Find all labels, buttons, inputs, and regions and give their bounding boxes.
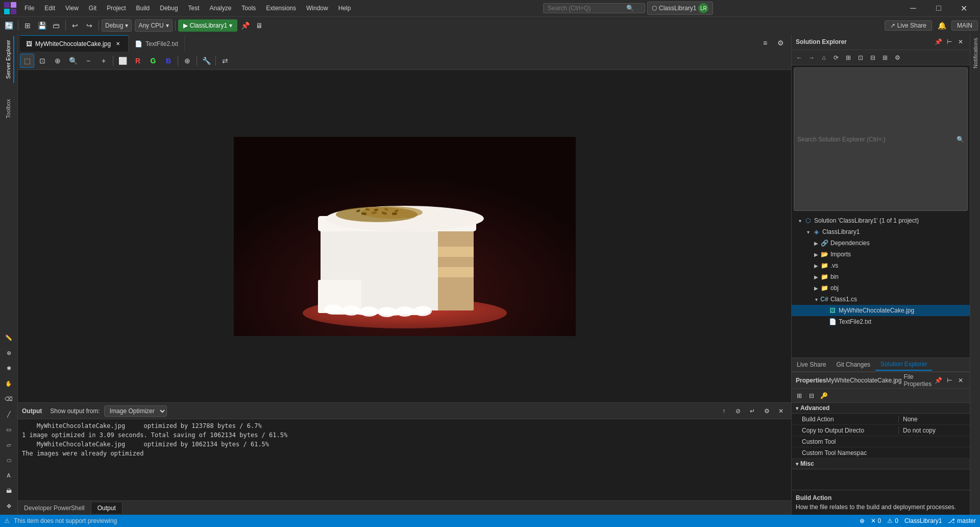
se-search-input[interactable] xyxy=(797,136,954,143)
menu-tools[interactable]: Tools xyxy=(237,3,260,14)
menu-analyze[interactable]: Analyze xyxy=(206,3,236,14)
add-item-button[interactable]: ⊞ xyxy=(21,19,34,32)
live-share-button[interactable]: ↗ Live Share xyxy=(885,20,932,31)
wrench-tool[interactable]: 🔧 xyxy=(199,54,213,68)
left-tool-6[interactable]: ╱ xyxy=(2,408,15,421)
zoom-tool[interactable]: 🔍 xyxy=(66,54,80,68)
output-clear-button[interactable]: ⊘ xyxy=(732,405,744,417)
se-refresh-button[interactable]: ⊞ xyxy=(843,52,854,63)
se-back-button[interactable]: ← xyxy=(794,52,805,63)
dev-powershell-tab[interactable]: Developer PowerShell xyxy=(18,502,91,514)
se-pin2-button[interactable]: ⊢ xyxy=(944,37,954,47)
tree-project[interactable]: ▾ ◈ ClassLibrary1 xyxy=(792,226,970,237)
select-tool[interactable]: ⬚ xyxy=(20,54,34,68)
left-tool-3[interactable]: ✱ xyxy=(2,362,15,375)
global-search[interactable]: 🔍 xyxy=(543,3,645,13)
new-project-button[interactable]: 🔄 xyxy=(2,19,15,32)
prop-categories-button[interactable]: ⊞ xyxy=(794,390,805,401)
prop-sort-button[interactable]: ⊟ xyxy=(806,390,817,401)
tree-imports[interactable]: ▶ 📂 Imports xyxy=(792,249,970,260)
prop-close-button[interactable]: ✕ xyxy=(955,375,966,386)
se-filter-button[interactable]: ⊡ xyxy=(855,52,866,63)
left-tool-1[interactable]: ✏️ xyxy=(2,331,15,344)
output-close-button[interactable]: ✕ xyxy=(775,405,787,417)
g-channel-tool[interactable]: G xyxy=(146,54,160,68)
se-forward-button[interactable]: → xyxy=(806,52,817,63)
tree-obj[interactable]: ▶ 📁 obj xyxy=(792,282,970,294)
menu-extensions[interactable]: Extensions xyxy=(262,3,300,14)
se-collapse-button[interactable]: ⊟ xyxy=(867,52,878,63)
output-source-dropdown[interactable]: Image Optimizer xyxy=(104,405,167,417)
menu-file[interactable]: File xyxy=(20,3,38,14)
tree-solution-root[interactable]: ▾ ⬡ Solution 'ClassLibrary1' (1 of 1 pro… xyxy=(792,215,970,226)
menu-test[interactable]: Test xyxy=(184,3,204,14)
tree-class1[interactable]: ▾ C# Class1.cs xyxy=(792,294,970,305)
se-home-button[interactable]: ⌂ xyxy=(818,52,829,63)
se-view-button[interactable]: ⊞ xyxy=(879,52,891,63)
rotate-tool[interactable]: ⊕ xyxy=(180,54,194,68)
pick-tool[interactable]: ⊕ xyxy=(51,54,65,68)
left-tool-12[interactable]: ✥ xyxy=(2,499,15,513)
tree-textfile2[interactable]: 📄 TextFile2.txt xyxy=(792,316,970,327)
output-filter-button[interactable]: ⚙ xyxy=(761,405,773,417)
notifications-button[interactable]: 🔔 xyxy=(935,19,948,32)
zoom-in-tool[interactable]: + xyxy=(96,54,111,68)
project-indicator[interactable]: ⬡ ClassLibrary1 LR xyxy=(647,2,713,15)
live-share-tab[interactable]: Live Share xyxy=(792,359,831,370)
notifications-tab[interactable]: Notifications xyxy=(970,34,981,73)
prop-props-button[interactable]: 🔑 xyxy=(818,390,829,401)
left-tool-2[interactable]: ⊕ xyxy=(2,346,15,360)
left-tool-9[interactable]: ⬭ xyxy=(2,453,15,467)
monitor-button[interactable]: 🖥 xyxy=(253,19,266,32)
menu-view[interactable]: View xyxy=(61,3,83,14)
minimize-button[interactable]: ─ xyxy=(901,0,925,16)
tab-close-icon[interactable]: ✕ xyxy=(114,40,122,48)
left-tool-8[interactable]: ▱ xyxy=(2,438,15,451)
se-pin-button[interactable]: 📌 xyxy=(933,37,943,47)
server-explorer-tab[interactable]: Server Explorer xyxy=(3,36,14,83)
main-button[interactable]: MAIN xyxy=(951,20,978,31)
b-channel-tool[interactable]: B xyxy=(161,54,176,68)
misc-section-header[interactable]: ▾ Misc xyxy=(792,459,970,469)
zoom-out-tool[interactable]: − xyxy=(81,54,95,68)
tree-dependencies[interactable]: ▶ 🔗 Dependencies xyxy=(792,237,970,249)
tab-textfile2[interactable]: 📄 TextFile2.txt xyxy=(129,35,185,52)
se-close-button[interactable]: ✕ xyxy=(955,37,966,47)
tab-mywchocolatecake[interactable]: 🖼 MyWhiteChocolateCake.jpg ✕ xyxy=(20,35,129,52)
output-tab[interactable]: Output xyxy=(91,502,122,514)
menu-git[interactable]: Git xyxy=(85,3,101,14)
save-button[interactable]: 💾 xyxy=(35,19,48,32)
tab-list-button[interactable]: ≡ xyxy=(758,36,772,50)
config-dropdown[interactable]: Debug ▾ xyxy=(102,19,132,32)
search-input[interactable] xyxy=(548,5,624,12)
lasso-tool[interactable]: ⊡ xyxy=(35,54,50,68)
se-settings-button[interactable]: ⚙ xyxy=(892,52,903,63)
run-button[interactable]: ▶ ClassLibrary1 ▾ xyxy=(178,19,237,32)
tree-mywchocolatecake[interactable]: 🖼 MyWhiteChocolateCake.jpg xyxy=(792,305,970,316)
menu-help[interactable]: Help xyxy=(334,3,355,14)
flip-tool[interactable]: ⇄ xyxy=(218,54,232,68)
tab-settings-button[interactable]: ⚙ xyxy=(774,36,787,50)
undo-button[interactable]: ↩ xyxy=(68,19,82,32)
left-tool-11[interactable]: 🏔 xyxy=(2,484,15,497)
close-button[interactable]: ✕ xyxy=(952,0,976,16)
left-tool-5[interactable]: ⌫ xyxy=(2,392,15,405)
prop-build-action-value[interactable]: None xyxy=(898,416,970,423)
platform-dropdown[interactable]: Any CPU ▾ xyxy=(135,19,172,32)
menu-window[interactable]: Window xyxy=(302,3,332,14)
menu-project[interactable]: Project xyxy=(103,3,130,14)
output-wrap-button[interactable]: ↵ xyxy=(746,405,758,417)
menu-edit[interactable]: Edit xyxy=(40,3,59,14)
prop-pin2-button[interactable]: ⊢ xyxy=(944,375,954,386)
menu-debug[interactable]: Debug xyxy=(156,3,182,14)
output-up-button[interactable]: ↑ xyxy=(718,405,730,417)
redo-button[interactable]: ↪ xyxy=(83,19,96,32)
pin-button[interactable]: 📌 xyxy=(238,19,252,32)
prop-pin-button[interactable]: 📌 xyxy=(933,375,943,386)
prop-copy-value[interactable]: Do not copy xyxy=(898,427,970,434)
left-tool-4[interactable]: ✋ xyxy=(2,377,15,390)
advanced-section-header[interactable]: ▾ Advanced xyxy=(792,403,970,414)
left-tool-7[interactable]: ▭ xyxy=(2,423,15,436)
solution-explorer-bottom-tab[interactable]: Solution Explorer xyxy=(875,358,932,371)
git-changes-tab[interactable]: Git Changes xyxy=(831,359,875,370)
